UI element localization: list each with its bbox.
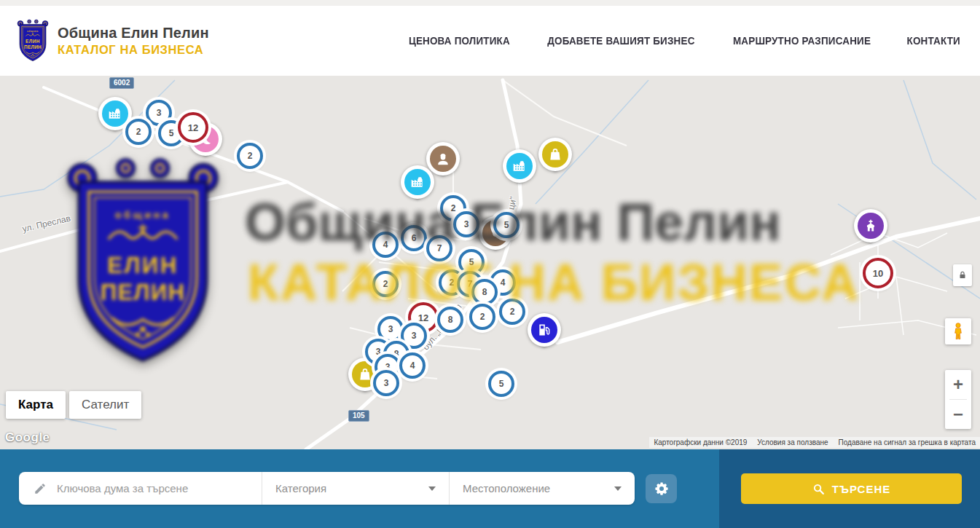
street-view-pegman[interactable]	[945, 318, 971, 344]
factory-icon	[102, 101, 128, 127]
pencil-icon	[34, 482, 47, 495]
location-select[interactable]: Местоположение	[450, 472, 635, 505]
cluster-marker[interactable]: 4	[399, 352, 426, 379]
pegman-icon	[950, 322, 966, 341]
map-copyright: Картографски данни ©2019	[654, 438, 747, 446]
cluster-marker[interactable]: 4	[372, 232, 399, 258]
cluster-marker[interactable]: 2	[125, 119, 152, 145]
zoom-in-button[interactable]: +	[945, 370, 971, 399]
lock-icon	[957, 270, 968, 280]
factory-icon	[404, 169, 431, 195]
pin-factory[interactable]	[401, 165, 434, 199]
pin-circle	[401, 165, 434, 199]
cluster-marker[interactable]: 2	[372, 271, 399, 297]
road-badge: 6002	[109, 77, 134, 89]
pin-church[interactable]	[854, 209, 887, 243]
google-logo[interactable]: Google	[5, 430, 50, 445]
cluster-marker[interactable]: 5	[493, 212, 520, 238]
brand-title: Община Елин Пелин	[58, 25, 209, 42]
category-select[interactable]: Категория	[262, 472, 450, 505]
nav-item-route-schedule[interactable]: МАРШРУТНО РАЗПИСАНИЕ	[733, 35, 871, 47]
road-badge: 105	[348, 410, 369, 422]
main-nav: ЦЕНОВА ПОЛИТИКА ДОБАВЕТЕ ВАШИЯТ БИЗНЕС М…	[407, 35, 980, 47]
keyword-search-input[interactable]	[55, 481, 262, 495]
advanced-settings-button[interactable]	[646, 474, 677, 503]
pin-circle	[538, 138, 572, 171]
page-top-strip	[0, 0, 980, 6]
chevron-down-icon	[428, 486, 436, 491]
fuel-icon	[531, 317, 557, 343]
cluster-marker[interactable]: 5	[488, 371, 514, 397]
pin-fuel[interactable]	[528, 313, 561, 347]
zoom-out-button[interactable]: −	[945, 400, 971, 429]
search-button[interactable]: ТЪРСЕНЕ	[741, 473, 962, 504]
search-icon	[812, 483, 825, 495]
cluster-marker[interactable]: 3	[373, 370, 399, 396]
cluster-marker[interactable]: 12	[178, 112, 208, 143]
header: Община Елин Пелин КАТАЛОГ НА БИЗНЕСА ЦЕН…	[0, 6, 980, 76]
brand-subtitle: КАТАЛОГ НА БИЗНЕСА	[58, 43, 209, 57]
search-field-group: Категория Местоположение	[19, 472, 635, 505]
map-type-map-button[interactable]: Карта	[6, 391, 66, 419]
cluster-marker[interactable]: 6	[401, 225, 427, 251]
cluster-marker[interactable]: 10	[863, 258, 893, 288]
lock-button[interactable]	[953, 264, 972, 286]
brand-text: Община Елин Пелин КАТАЛОГ НА БИЗНЕСА	[58, 25, 209, 57]
cluster-marker[interactable]: 7	[426, 235, 452, 261]
nav-item-contacts[interactable]: КОНТАКТИ	[906, 35, 960, 47]
pin-shopping-bag[interactable]	[538, 138, 572, 171]
map-type-satellite-button[interactable]: Сателит	[69, 391, 141, 419]
map-attribution: Картографски данни ©2019 Условия за полз…	[649, 437, 980, 448]
nav-item-pricing[interactable]: ЦЕНОВА ПОЛИТИКА	[409, 35, 510, 47]
cluster-marker[interactable]: 2	[499, 299, 525, 325]
zoom-control: + −	[945, 370, 971, 429]
location-select-value: Местоположение	[463, 482, 550, 494]
nav-item-add-business[interactable]: ДОБАВЕТЕ ВАШИЯТ БИЗНЕС	[547, 35, 694, 47]
gear-icon	[654, 481, 669, 496]
map-type-control: Карта Сателит	[6, 391, 141, 419]
pin-factory[interactable]	[503, 149, 536, 183]
municipality-crest-logo	[16, 19, 50, 63]
search-bar: Категория Местоположение ТЪРСЕНЕ	[0, 449, 980, 528]
keyword-field	[19, 472, 262, 505]
search-button-label: ТЪРСЕНЕ	[832, 483, 891, 495]
cluster-marker[interactable]: 2	[237, 143, 263, 169]
cluster-marker[interactable]: 8	[437, 307, 463, 333]
chevron-down-icon	[614, 486, 622, 491]
terms-link[interactable]: Условия за ползване	[757, 438, 828, 446]
shopping-bag-icon	[542, 141, 568, 168]
cluster-marker[interactable]: 8	[471, 279, 498, 305]
cluster-marker[interactable]: 3	[453, 211, 479, 237]
report-error-link[interactable]: Подаване на сигнал за грешка в картата	[839, 438, 976, 446]
brand[interactable]: Община Елин Пелин КАТАЛОГ НА БИЗНЕСА	[0, 19, 209, 63]
category-select-value: Категория	[275, 482, 326, 494]
map-canvas[interactable]: 3251222356475227482212833383435106002105…	[0, 76, 980, 449]
pin-circle	[854, 209, 887, 243]
factory-icon	[506, 153, 533, 179]
pin-circle	[503, 149, 536, 183]
cluster-marker[interactable]: 2	[469, 304, 495, 330]
pin-circle	[528, 313, 561, 347]
church-icon	[858, 213, 884, 239]
